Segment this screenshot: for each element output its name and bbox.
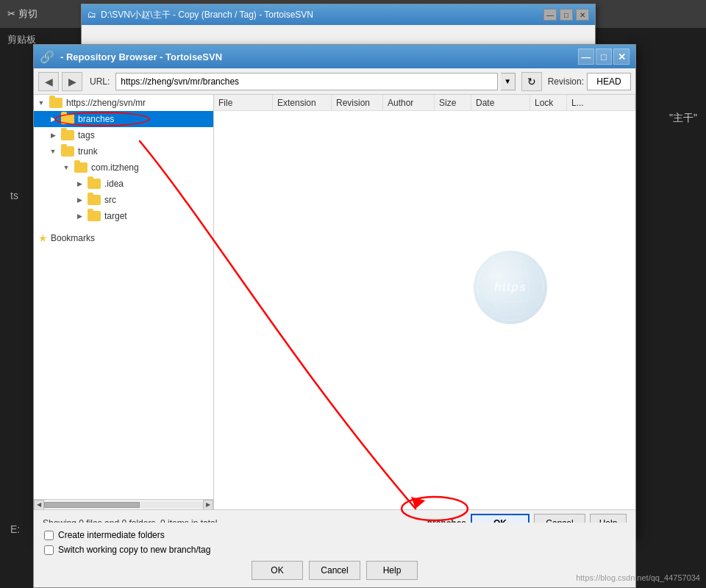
repo-title-left: 🔗 - Repository Browser - TortoiseSVN (40, 50, 222, 64)
tree-item-tags[interactable]: ▶ tags (34, 127, 213, 143)
trunk-expand[interactable]: ▼ (47, 146, 59, 157)
root-label: https://zheng/svn/mr (66, 98, 146, 108)
tree-item-trunk[interactable]: ▼ trunk (34, 143, 213, 159)
left-e-label: E: (10, 523, 20, 535)
branches-label: branches (78, 114, 114, 124)
src-expand[interactable]: ▶ (74, 194, 85, 206)
copy-dialog-window-controls: — □ ✕ (543, 9, 589, 21)
copy-dialog-minimize[interactable]: — (543, 9, 557, 21)
tree-panel: ▼ https://zheng/svn/mr ▶ branches ▶ tags… (34, 95, 214, 509)
comitzheng-folder-icon (74, 162, 88, 173)
copy-dialog-maximize[interactable]: □ (560, 9, 573, 21)
tree-item-idea[interactable]: ▶ .idea (34, 176, 213, 192)
idea-folder-icon (88, 179, 101, 189)
root-expand[interactable]: ▼ (35, 97, 47, 109)
col-header-date[interactable]: Date (471, 95, 530, 110)
checkbox-row-1: Create intermediate folders (44, 530, 625, 540)
scroll-right-arrow[interactable]: ▶ (203, 500, 213, 510)
bottom-cancel-button[interactable]: Cancel (309, 561, 360, 580)
bottom-copy-section: Create intermediate folders Switch worki… (33, 523, 636, 588)
repo-content: ▼ https://zheng/svn/mr ▶ branches ▶ tags… (34, 95, 635, 509)
tree-item-branches[interactable]: ▶ branches (34, 111, 213, 127)
svg-point-3 (477, 259, 543, 315)
repo-toolbar: ◀ ▶ URL: ▼ ↻ Revision: (34, 68, 635, 95)
tags-expand[interactable]: ▶ (47, 129, 59, 141)
revision-input[interactable] (587, 73, 631, 90)
tags-label: tags (78, 130, 95, 140)
root-folder-icon (49, 98, 63, 108)
back-button[interactable]: ◀ (38, 72, 59, 91)
repo-close-btn[interactable]: ✕ (613, 49, 630, 65)
scroll-thumb[interactable] (44, 502, 140, 508)
tree-item-target[interactable]: ▶ target (34, 208, 213, 224)
watermark-globe: https (474, 251, 547, 324)
globe-lines (474, 251, 547, 324)
url-dropdown-btn[interactable]: ▼ (501, 73, 516, 90)
trunk-folder-icon (61, 146, 74, 157)
col-header-size[interactable]: Size (435, 95, 471, 110)
repo-title-icon: 🔗 (40, 50, 54, 64)
copy-dialog-title-left: 🗂 D:\SVN\小赵\主干 - Copy (Branch / Tag) - T… (88, 9, 313, 21)
src-folder-icon (88, 195, 101, 205)
comitzheng-expand[interactable]: ▼ (60, 162, 72, 173)
switch-working-copy-label: Switch working copy to new branch/tag (58, 545, 210, 555)
branches-expand[interactable]: ▶ (47, 113, 59, 125)
col-header-author[interactable]: Author (383, 95, 435, 110)
bottom-buttons: OK Cancel Help (44, 561, 625, 580)
idea-label: .idea (104, 179, 124, 189)
tree-item-src[interactable]: ▶ src (34, 192, 213, 208)
url-input[interactable] (115, 73, 497, 90)
trunk-label: trunk (78, 146, 98, 157)
repo-window-controls: — □ ✕ (578, 49, 630, 65)
bookmarks-label: Bookmarks (51, 233, 95, 243)
repo-browser-titlebar: 🔗 - Repository Browser - TortoiseSVN — □… (34, 45, 635, 68)
create-intermediate-label: Create intermediate folders (58, 530, 165, 540)
tags-folder-icon (61, 130, 74, 140)
url-label: URL: (90, 76, 110, 87)
create-intermediate-checkbox[interactable] (44, 531, 54, 540)
bottom-ok-button[interactable]: OK (252, 561, 303, 580)
file-panel: File Extension Revision Author Size Date… (214, 95, 635, 509)
comitzheng-label: com.itzheng (91, 162, 139, 173)
target-expand[interactable]: ▶ (74, 210, 85, 222)
tree-item-root[interactable]: ▼ https://zheng/svn/mr (34, 95, 213, 111)
tree-item-comitzheng[interactable]: ▼ com.itzheng (34, 159, 213, 176)
globe-icon: https (474, 251, 547, 324)
col-header-last[interactable]: L... (567, 95, 635, 110)
branches-folder-icon (61, 114, 74, 124)
tree-scrollbar[interactable]: ◀ ▶ (34, 499, 213, 509)
switch-working-copy-checkbox[interactable] (44, 545, 54, 555)
revision-label: Revision: (548, 76, 584, 87)
target-label: target (104, 211, 127, 221)
copy-dialog-icon: 🗂 (88, 10, 96, 20)
file-panel-header: File Extension Revision Author Size Date… (214, 95, 635, 111)
repo-minimize-btn[interactable]: — (578, 49, 594, 65)
target-folder-icon (88, 211, 101, 221)
blog-url: https://blog.csdn.net/qq_44757034 (576, 573, 700, 582)
col-header-extension[interactable]: Extension (273, 95, 332, 110)
bookmarks-star-icon: ★ (38, 232, 48, 244)
copy-dialog-titlebar: 🗂 D:\SVN\小赵\主干 - Copy (Branch / Tag) - T… (82, 4, 595, 25)
repo-browser-title: - Repository Browser - TortoiseSVN (60, 51, 222, 62)
refresh-button[interactable]: ↻ (521, 72, 542, 91)
cut-button[interactable]: ✂ 剪切 (7, 7, 38, 21)
bottom-help-button[interactable]: Help (366, 561, 418, 580)
copy-dialog-close[interactable]: ✕ (576, 9, 589, 21)
repo-maximize-btn[interactable]: □ (596, 49, 612, 65)
repo-browser-dialog: 🔗 - Repository Browser - TortoiseSVN — □… (33, 44, 636, 537)
svg-point-1 (492, 254, 529, 320)
bookmarks-item[interactable]: ★ Bookmarks (34, 230, 213, 246)
zhuggan-label: "主干" (669, 112, 697, 125)
forward-button[interactable]: ▶ (62, 72, 82, 91)
col-header-lock[interactable]: Lock (530, 95, 567, 110)
col-header-revision[interactable]: Revision (332, 95, 383, 110)
svg-point-2 (477, 273, 543, 302)
scroll-track[interactable] (44, 502, 203, 508)
col-header-file[interactable]: File (214, 95, 273, 110)
scroll-left-arrow[interactable]: ◀ (34, 500, 44, 510)
left-ts-label: ts (10, 190, 18, 201)
idea-expand[interactable]: ▶ (74, 178, 85, 190)
left-clipboard-label: 剪贴板 (7, 33, 36, 46)
svg-point-0 (477, 254, 543, 320)
checkbox-row-2: Switch working copy to new branch/tag (44, 545, 625, 555)
